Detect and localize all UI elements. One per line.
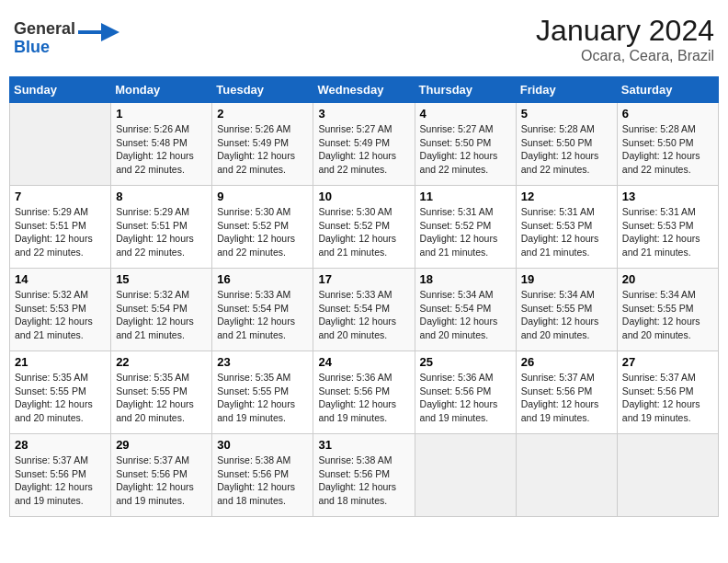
day-number: 3 [318, 107, 409, 121]
day-number: 24 [318, 355, 409, 369]
calendar-week-3: 14Sunrise: 5:32 AMSunset: 5:53 PMDayligh… [10, 269, 719, 351]
calendar-cell-w5-d6 [617, 434, 718, 517]
day-number: 17 [318, 272, 409, 286]
day-sun-info: Sunrise: 5:27 AMSunset: 5:50 PMDaylight:… [420, 122, 511, 177]
calendar-cell-w2-d6: 13Sunrise: 5:31 AMSunset: 5:53 PMDayligh… [617, 186, 718, 269]
calendar-cell-w5-d3: 31Sunrise: 5:38 AMSunset: 5:56 PMDayligh… [313, 434, 415, 517]
day-sun-info: Sunrise: 5:34 AMSunset: 5:55 PMDaylight:… [622, 288, 713, 342]
day-sun-info: Sunrise: 5:34 AMSunset: 5:54 PMDaylight:… [420, 288, 511, 342]
day-number: 10 [318, 190, 409, 203]
day-number: 8 [116, 190, 207, 203]
day-number: 27 [622, 355, 713, 369]
calendar-cell-w2-d3: 10Sunrise: 5:30 AMSunset: 5:52 PMDayligh… [313, 186, 415, 269]
calendar-table: Sunday Monday Tuesday Wednesday Thursday… [9, 76, 719, 517]
day-sun-info: Sunrise: 5:30 AMSunset: 5:52 PMDaylight:… [318, 205, 409, 259]
day-sun-info: Sunrise: 5:36 AMSunset: 5:56 PMDaylight:… [420, 371, 511, 425]
calendar-cell-w2-d5: 12Sunrise: 5:31 AMSunset: 5:53 PMDayligh… [516, 186, 617, 269]
calendar-cell-w4-d4: 25Sunrise: 5:36 AMSunset: 5:56 PMDayligh… [415, 351, 516, 434]
day-sun-info: Sunrise: 5:33 AMSunset: 5:54 PMDaylight:… [217, 288, 308, 342]
header-friday: Friday [516, 77, 617, 103]
logo: General Blue [14, 14, 124, 60]
day-sun-info: Sunrise: 5:33 AMSunset: 5:54 PMDaylight:… [318, 288, 409, 342]
day-number: 2 [217, 107, 308, 121]
day-number: 28 [15, 438, 106, 452]
day-number: 9 [217, 190, 308, 203]
header-sunday: Sunday [10, 77, 111, 103]
header-monday: Monday [111, 77, 212, 103]
day-number: 4 [420, 107, 511, 121]
page-header: General Blue January 2024 Ocara, Ceara, … [9, 9, 719, 69]
day-sun-info: Sunrise: 5:28 AMSunset: 5:50 PMDaylight:… [622, 122, 713, 177]
calendar-cell-w3-d4: 18Sunrise: 5:34 AMSunset: 5:54 PMDayligh… [415, 269, 516, 351]
day-sun-info: Sunrise: 5:26 AMSunset: 5:49 PMDaylight:… [217, 122, 308, 177]
day-number: 26 [521, 355, 612, 369]
calendar-header-row: Sunday Monday Tuesday Wednesday Thursday… [10, 77, 719, 103]
day-sun-info: Sunrise: 5:35 AMSunset: 5:55 PMDaylight:… [15, 371, 106, 425]
calendar-cell-w2-d2: 9Sunrise: 5:30 AMSunset: 5:52 PMDaylight… [212, 186, 313, 269]
calendar-cell-w5-d1: 29Sunrise: 5:37 AMSunset: 5:56 PMDayligh… [111, 434, 212, 517]
day-number: 5 [521, 107, 612, 121]
calendar-cell-w2-d1: 8Sunrise: 5:29 AMSunset: 5:51 PMDaylight… [111, 186, 212, 269]
calendar-cell-w3-d6: 20Sunrise: 5:34 AMSunset: 5:55 PMDayligh… [617, 269, 718, 351]
day-number: 29 [116, 438, 207, 452]
day-number: 6 [622, 107, 713, 121]
day-number: 22 [116, 355, 207, 369]
day-number: 18 [420, 272, 511, 286]
day-sun-info: Sunrise: 5:31 AMSunset: 5:53 PMDaylight:… [622, 205, 713, 259]
day-sun-info: Sunrise: 5:28 AMSunset: 5:50 PMDaylight:… [521, 122, 612, 177]
day-number: 15 [116, 272, 207, 286]
calendar-cell-w1-d1: 1Sunrise: 5:26 AMSunset: 5:48 PMDaylight… [111, 103, 212, 186]
header-thursday: Thursday [415, 77, 516, 103]
calendar-cell-w2-d0: 7Sunrise: 5:29 AMSunset: 5:51 PMDaylight… [10, 186, 111, 269]
calendar-cell-w4-d5: 26Sunrise: 5:37 AMSunset: 5:56 PMDayligh… [516, 351, 617, 434]
calendar-week-4: 21Sunrise: 5:35 AMSunset: 5:55 PMDayligh… [10, 351, 719, 434]
calendar-cell-w4-d6: 27Sunrise: 5:37 AMSunset: 5:56 PMDayligh… [617, 351, 718, 434]
day-sun-info: Sunrise: 5:26 AMSunset: 5:48 PMDaylight:… [116, 122, 207, 177]
svg-text:General: General [14, 19, 75, 38]
calendar-cell-w1-d2: 2Sunrise: 5:26 AMSunset: 5:49 PMDaylight… [212, 103, 313, 186]
calendar-cell-w1-d3: 3Sunrise: 5:27 AMSunset: 5:49 PMDaylight… [313, 103, 415, 186]
calendar-cell-w4-d3: 24Sunrise: 5:36 AMSunset: 5:56 PMDayligh… [313, 351, 415, 434]
day-sun-info: Sunrise: 5:29 AMSunset: 5:51 PMDaylight:… [15, 205, 106, 259]
calendar-week-2: 7Sunrise: 5:29 AMSunset: 5:51 PMDaylight… [10, 186, 719, 269]
header-wednesday: Wednesday [313, 77, 415, 103]
day-number: 25 [420, 355, 511, 369]
calendar-week-1: 1Sunrise: 5:26 AMSunset: 5:48 PMDaylight… [10, 103, 719, 186]
day-sun-info: Sunrise: 5:38 AMSunset: 5:56 PMDaylight:… [318, 454, 409, 508]
calendar-cell-w5-d5 [516, 434, 617, 517]
day-number: 20 [622, 272, 713, 286]
logo-svg: General Blue [14, 14, 124, 60]
title-area: January 2024 Ocara, Ceara, Brazil [536, 14, 714, 64]
calendar-cell-w3-d2: 16Sunrise: 5:33 AMSunset: 5:54 PMDayligh… [212, 269, 313, 351]
day-sun-info: Sunrise: 5:37 AMSunset: 5:56 PMDaylight:… [15, 454, 106, 508]
calendar-cell-w1-d5: 5Sunrise: 5:28 AMSunset: 5:50 PMDaylight… [516, 103, 617, 186]
calendar-cell-w3-d3: 17Sunrise: 5:33 AMSunset: 5:54 PMDayligh… [313, 269, 415, 351]
day-sun-info: Sunrise: 5:32 AMSunset: 5:53 PMDaylight:… [15, 288, 106, 342]
calendar-cell-w5-d4 [415, 434, 516, 517]
day-sun-info: Sunrise: 5:32 AMSunset: 5:54 PMDaylight:… [116, 288, 207, 342]
day-sun-info: Sunrise: 5:35 AMSunset: 5:55 PMDaylight:… [217, 371, 308, 425]
calendar-cell-w4-d1: 22Sunrise: 5:35 AMSunset: 5:55 PMDayligh… [111, 351, 212, 434]
calendar-cell-w3-d1: 15Sunrise: 5:32 AMSunset: 5:54 PMDayligh… [111, 269, 212, 351]
day-sun-info: Sunrise: 5:37 AMSunset: 5:56 PMDaylight:… [622, 371, 713, 425]
day-number: 13 [622, 190, 713, 203]
calendar-cell-w1-d6: 6Sunrise: 5:28 AMSunset: 5:50 PMDaylight… [617, 103, 718, 186]
day-sun-info: Sunrise: 5:34 AMSunset: 5:55 PMDaylight:… [521, 288, 612, 342]
day-sun-info: Sunrise: 5:36 AMSunset: 5:56 PMDaylight:… [318, 371, 409, 425]
day-number: 30 [217, 438, 308, 452]
day-number: 21 [15, 355, 106, 369]
calendar-cell-w4-d0: 21Sunrise: 5:35 AMSunset: 5:55 PMDayligh… [10, 351, 111, 434]
calendar-cell-w1-d4: 4Sunrise: 5:27 AMSunset: 5:50 PMDaylight… [415, 103, 516, 186]
day-number: 31 [318, 438, 409, 452]
day-number: 1 [116, 107, 207, 121]
day-sun-info: Sunrise: 5:38 AMSunset: 5:56 PMDaylight:… [217, 454, 308, 508]
calendar-week-5: 28Sunrise: 5:37 AMSunset: 5:56 PMDayligh… [10, 434, 719, 517]
calendar-cell-w1-d0 [10, 103, 111, 186]
calendar-cell-w4-d2: 23Sunrise: 5:35 AMSunset: 5:55 PMDayligh… [212, 351, 313, 434]
month-year-title: January 2024 [536, 14, 714, 48]
day-number: 7 [15, 190, 106, 203]
svg-rect-3 [78, 30, 106, 34]
header-saturday: Saturday [617, 77, 718, 103]
day-number: 14 [15, 272, 106, 286]
calendar-cell-w3-d5: 19Sunrise: 5:34 AMSunset: 5:55 PMDayligh… [516, 269, 617, 351]
